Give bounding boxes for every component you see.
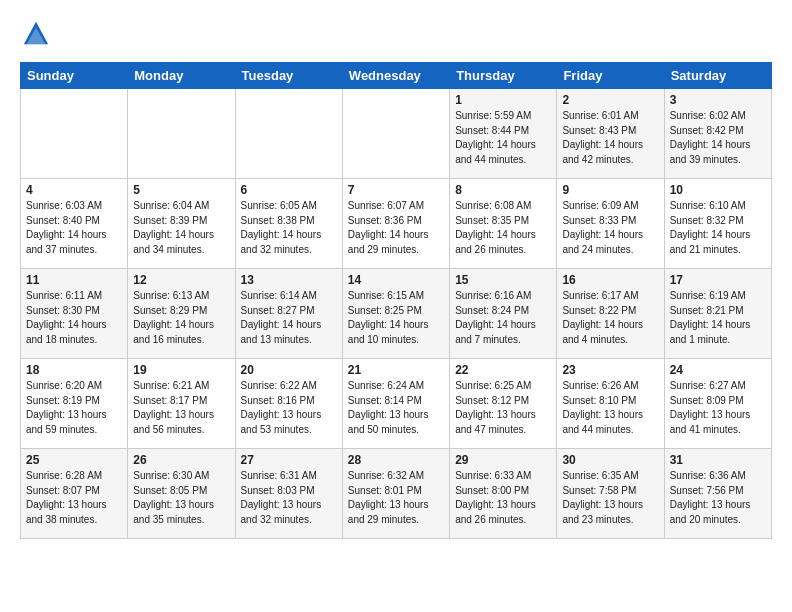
day-info: Sunrise: 6:07 AM Sunset: 8:36 PM Dayligh…	[348, 199, 444, 257]
header-thursday: Thursday	[450, 63, 557, 89]
calendar-cell: 7Sunrise: 6:07 AM Sunset: 8:36 PM Daylig…	[342, 179, 449, 269]
calendar-cell: 16Sunrise: 6:17 AM Sunset: 8:22 PM Dayli…	[557, 269, 664, 359]
day-number: 2	[562, 93, 658, 107]
calendar-cell	[342, 89, 449, 179]
day-number: 18	[26, 363, 122, 377]
calendar-cell: 6Sunrise: 6:05 AM Sunset: 8:38 PM Daylig…	[235, 179, 342, 269]
day-number: 29	[455, 453, 551, 467]
calendar-week-4: 18Sunrise: 6:20 AM Sunset: 8:19 PM Dayli…	[21, 359, 772, 449]
calendar-cell: 15Sunrise: 6:16 AM Sunset: 8:24 PM Dayli…	[450, 269, 557, 359]
calendar-cell: 31Sunrise: 6:36 AM Sunset: 7:56 PM Dayli…	[664, 449, 771, 539]
day-info: Sunrise: 6:19 AM Sunset: 8:21 PM Dayligh…	[670, 289, 766, 347]
calendar-cell: 24Sunrise: 6:27 AM Sunset: 8:09 PM Dayli…	[664, 359, 771, 449]
day-number: 9	[562, 183, 658, 197]
day-info: Sunrise: 6:35 AM Sunset: 7:58 PM Dayligh…	[562, 469, 658, 527]
day-number: 17	[670, 273, 766, 287]
day-info: Sunrise: 6:20 AM Sunset: 8:19 PM Dayligh…	[26, 379, 122, 437]
day-number: 31	[670, 453, 766, 467]
calendar-table: SundayMondayTuesdayWednesdayThursdayFrid…	[20, 62, 772, 539]
day-info: Sunrise: 6:27 AM Sunset: 8:09 PM Dayligh…	[670, 379, 766, 437]
calendar-cell	[235, 89, 342, 179]
day-info: Sunrise: 6:21 AM Sunset: 8:17 PM Dayligh…	[133, 379, 229, 437]
day-info: Sunrise: 6:11 AM Sunset: 8:30 PM Dayligh…	[26, 289, 122, 347]
calendar-cell: 10Sunrise: 6:10 AM Sunset: 8:32 PM Dayli…	[664, 179, 771, 269]
calendar-cell: 14Sunrise: 6:15 AM Sunset: 8:25 PM Dayli…	[342, 269, 449, 359]
day-info: Sunrise: 6:25 AM Sunset: 8:12 PM Dayligh…	[455, 379, 551, 437]
header-friday: Friday	[557, 63, 664, 89]
day-number: 28	[348, 453, 444, 467]
day-info: Sunrise: 6:09 AM Sunset: 8:33 PM Dayligh…	[562, 199, 658, 257]
day-info: Sunrise: 6:13 AM Sunset: 8:29 PM Dayligh…	[133, 289, 229, 347]
calendar-cell: 21Sunrise: 6:24 AM Sunset: 8:14 PM Dayli…	[342, 359, 449, 449]
day-info: Sunrise: 5:59 AM Sunset: 8:44 PM Dayligh…	[455, 109, 551, 167]
header-tuesday: Tuesday	[235, 63, 342, 89]
calendar-cell: 1Sunrise: 5:59 AM Sunset: 8:44 PM Daylig…	[450, 89, 557, 179]
day-number: 6	[241, 183, 337, 197]
logo-icon	[22, 20, 50, 48]
calendar-week-2: 4Sunrise: 6:03 AM Sunset: 8:40 PM Daylig…	[21, 179, 772, 269]
day-number: 22	[455, 363, 551, 377]
calendar-cell: 28Sunrise: 6:32 AM Sunset: 8:01 PM Dayli…	[342, 449, 449, 539]
day-info: Sunrise: 6:10 AM Sunset: 8:32 PM Dayligh…	[670, 199, 766, 257]
calendar-cell: 18Sunrise: 6:20 AM Sunset: 8:19 PM Dayli…	[21, 359, 128, 449]
day-number: 7	[348, 183, 444, 197]
day-number: 27	[241, 453, 337, 467]
day-info: Sunrise: 6:32 AM Sunset: 8:01 PM Dayligh…	[348, 469, 444, 527]
day-number: 16	[562, 273, 658, 287]
day-info: Sunrise: 6:02 AM Sunset: 8:42 PM Dayligh…	[670, 109, 766, 167]
day-info: Sunrise: 6:26 AM Sunset: 8:10 PM Dayligh…	[562, 379, 658, 437]
day-number: 21	[348, 363, 444, 377]
day-info: Sunrise: 6:24 AM Sunset: 8:14 PM Dayligh…	[348, 379, 444, 437]
calendar-cell: 19Sunrise: 6:21 AM Sunset: 8:17 PM Dayli…	[128, 359, 235, 449]
calendar-cell: 4Sunrise: 6:03 AM Sunset: 8:40 PM Daylig…	[21, 179, 128, 269]
calendar-cell: 25Sunrise: 6:28 AM Sunset: 8:07 PM Dayli…	[21, 449, 128, 539]
day-number: 24	[670, 363, 766, 377]
calendar-week-5: 25Sunrise: 6:28 AM Sunset: 8:07 PM Dayli…	[21, 449, 772, 539]
header-sunday: Sunday	[21, 63, 128, 89]
calendar-cell: 23Sunrise: 6:26 AM Sunset: 8:10 PM Dayli…	[557, 359, 664, 449]
day-info: Sunrise: 6:15 AM Sunset: 8:25 PM Dayligh…	[348, 289, 444, 347]
day-info: Sunrise: 6:16 AM Sunset: 8:24 PM Dayligh…	[455, 289, 551, 347]
day-number: 25	[26, 453, 122, 467]
day-number: 30	[562, 453, 658, 467]
calendar-cell: 8Sunrise: 6:08 AM Sunset: 8:35 PM Daylig…	[450, 179, 557, 269]
day-info: Sunrise: 6:04 AM Sunset: 8:39 PM Dayligh…	[133, 199, 229, 257]
day-number: 10	[670, 183, 766, 197]
day-info: Sunrise: 6:36 AM Sunset: 7:56 PM Dayligh…	[670, 469, 766, 527]
calendar-cell: 29Sunrise: 6:33 AM Sunset: 8:00 PM Dayli…	[450, 449, 557, 539]
day-info: Sunrise: 6:22 AM Sunset: 8:16 PM Dayligh…	[241, 379, 337, 437]
calendar-cell: 12Sunrise: 6:13 AM Sunset: 8:29 PM Dayli…	[128, 269, 235, 359]
day-info: Sunrise: 6:01 AM Sunset: 8:43 PM Dayligh…	[562, 109, 658, 167]
day-info: Sunrise: 6:14 AM Sunset: 8:27 PM Dayligh…	[241, 289, 337, 347]
calendar-cell: 3Sunrise: 6:02 AM Sunset: 8:42 PM Daylig…	[664, 89, 771, 179]
day-info: Sunrise: 6:30 AM Sunset: 8:05 PM Dayligh…	[133, 469, 229, 527]
calendar-cell: 2Sunrise: 6:01 AM Sunset: 8:43 PM Daylig…	[557, 89, 664, 179]
calendar-cell: 30Sunrise: 6:35 AM Sunset: 7:58 PM Dayli…	[557, 449, 664, 539]
day-number: 5	[133, 183, 229, 197]
logo	[20, 20, 54, 52]
day-number: 23	[562, 363, 658, 377]
day-info: Sunrise: 6:31 AM Sunset: 8:03 PM Dayligh…	[241, 469, 337, 527]
day-info: Sunrise: 6:05 AM Sunset: 8:38 PM Dayligh…	[241, 199, 337, 257]
day-number: 19	[133, 363, 229, 377]
calendar-week-3: 11Sunrise: 6:11 AM Sunset: 8:30 PM Dayli…	[21, 269, 772, 359]
header-monday: Monday	[128, 63, 235, 89]
day-number: 8	[455, 183, 551, 197]
day-number: 14	[348, 273, 444, 287]
day-number: 26	[133, 453, 229, 467]
day-info: Sunrise: 6:17 AM Sunset: 8:22 PM Dayligh…	[562, 289, 658, 347]
day-number: 15	[455, 273, 551, 287]
calendar-cell: 27Sunrise: 6:31 AM Sunset: 8:03 PM Dayli…	[235, 449, 342, 539]
day-info: Sunrise: 6:08 AM Sunset: 8:35 PM Dayligh…	[455, 199, 551, 257]
day-number: 11	[26, 273, 122, 287]
day-number: 1	[455, 93, 551, 107]
header-wednesday: Wednesday	[342, 63, 449, 89]
page-header	[20, 20, 772, 52]
calendar-header-row: SundayMondayTuesdayWednesdayThursdayFrid…	[21, 63, 772, 89]
calendar-week-1: 1Sunrise: 5:59 AM Sunset: 8:44 PM Daylig…	[21, 89, 772, 179]
day-number: 13	[241, 273, 337, 287]
calendar-cell: 26Sunrise: 6:30 AM Sunset: 8:05 PM Dayli…	[128, 449, 235, 539]
calendar-cell: 20Sunrise: 6:22 AM Sunset: 8:16 PM Dayli…	[235, 359, 342, 449]
calendar-cell: 22Sunrise: 6:25 AM Sunset: 8:12 PM Dayli…	[450, 359, 557, 449]
calendar-cell: 13Sunrise: 6:14 AM Sunset: 8:27 PM Dayli…	[235, 269, 342, 359]
